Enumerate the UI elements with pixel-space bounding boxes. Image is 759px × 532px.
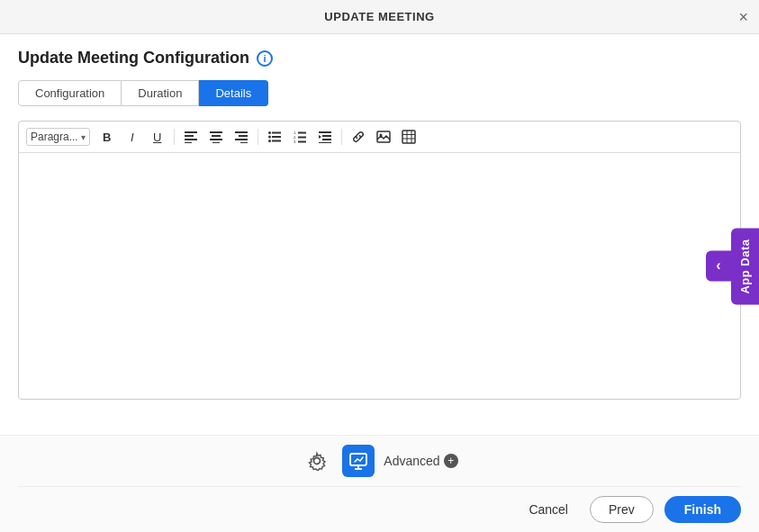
page-title: Update Meeting Configuration (18, 49, 249, 68)
svg-rect-8 (235, 131, 248, 133)
svg-rect-7 (212, 142, 220, 143)
underline-button[interactable]: U (146, 125, 169, 149)
svg-rect-4 (210, 131, 222, 133)
align-center-icon (210, 131, 222, 143)
svg-rect-25 (322, 135, 331, 137)
modal-footer: Advanced + Cancel Prev Finish (0, 435, 759, 532)
settings-button[interactable] (301, 445, 333, 477)
svg-rect-13 (272, 132, 281, 134)
svg-rect-6 (210, 139, 222, 140)
divider-2 (258, 129, 258, 145)
svg-rect-5 (212, 135, 221, 137)
svg-point-16 (268, 140, 271, 142)
dropdown-arrow-icon: ▾ (81, 132, 86, 142)
svg-rect-9 (239, 135, 248, 137)
modal-content: Update Meeting Configuration i Configura… (0, 34, 759, 435)
rich-text-editor: Paragra... ▾ B I U (18, 121, 741, 400)
cancel-button[interactable]: Cancel (518, 497, 579, 522)
app-data-chevron-icon: ‹ (716, 258, 720, 275)
advanced-button[interactable]: Advanced + (384, 454, 457, 468)
align-center-button[interactable] (204, 125, 228, 149)
svg-rect-17 (272, 140, 281, 142)
svg-point-36 (314, 458, 321, 464)
footer-actions-row: Cancel Prev Finish (18, 486, 741, 532)
advanced-label: Advanced (384, 454, 439, 468)
close-button[interactable]: × (738, 9, 748, 25)
footer-tools-row: Advanced + (18, 436, 741, 486)
indent-icon (319, 131, 331, 143)
tab-duration[interactable]: Duration (122, 80, 199, 106)
image-icon (376, 130, 391, 144)
svg-rect-10 (235, 139, 248, 140)
svg-rect-15 (272, 136, 281, 138)
svg-rect-23 (298, 141, 306, 143)
header-row: Update Meeting Configuration i (18, 49, 741, 68)
modal-title: UPDATE MEETING (324, 10, 434, 23)
indent-button[interactable] (313, 125, 337, 149)
image-button[interactable] (372, 125, 395, 149)
svg-rect-3 (185, 142, 192, 143)
tab-configuration[interactable]: Configuration (18, 80, 122, 106)
paragraph-style-label: Paragra... (31, 131, 78, 143)
gear-icon (307, 451, 327, 471)
svg-point-14 (268, 136, 271, 139)
paragraph-style-dropdown[interactable]: Paragra... ▾ (26, 128, 90, 146)
app-data-panel: ‹ App Data (706, 228, 759, 304)
svg-rect-19 (298, 132, 306, 134)
link-button[interactable] (347, 125, 370, 149)
editor-body[interactable] (19, 153, 740, 399)
title-bar: UPDATE MEETING × (0, 0, 759, 34)
presentation-button[interactable] (342, 445, 375, 477)
align-left-icon (185, 131, 197, 143)
svg-rect-1 (185, 135, 194, 137)
svg-rect-0 (185, 131, 197, 133)
ordered-list-button[interactable]: 1. 2. 3. (288, 125, 312, 149)
svg-rect-31 (402, 131, 415, 143)
ordered-list-icon: 1. 2. 3. (294, 131, 306, 143)
svg-rect-26 (322, 139, 331, 140)
divider-3 (341, 129, 342, 145)
bold-button[interactable]: B (95, 125, 119, 149)
align-left-button[interactable] (179, 125, 203, 149)
advanced-plus-icon: + (444, 454, 458, 468)
prev-button[interactable]: Prev (590, 496, 654, 523)
unordered-list-icon (268, 131, 281, 143)
tabs-row: Configuration Duration Details (18, 80, 741, 106)
svg-text:3.: 3. (294, 140, 296, 143)
app-data-label: App Data (731, 228, 759, 304)
info-icon[interactable]: i (257, 50, 273, 67)
table-button[interactable] (397, 125, 420, 149)
italic-button[interactable]: I (121, 125, 144, 149)
align-right-icon (235, 131, 248, 143)
finish-button[interactable]: Finish (664, 496, 741, 523)
unordered-list-button[interactable] (263, 125, 286, 149)
svg-point-12 (268, 131, 271, 134)
link-icon (351, 130, 366, 144)
svg-rect-11 (240, 142, 248, 143)
divider-1 (174, 129, 175, 145)
tab-details[interactable]: Details (199, 80, 268, 106)
svg-rect-2 (185, 139, 197, 140)
table-icon (402, 130, 416, 144)
svg-rect-24 (319, 131, 331, 133)
svg-rect-21 (298, 137, 306, 139)
align-right-button[interactable] (230, 125, 253, 149)
modal: UPDATE MEETING × Update Meeting Configur… (0, 0, 759, 532)
presentation-icon (348, 451, 368, 471)
editor-toolbar: Paragra... ▾ B I U (19, 122, 740, 153)
svg-marker-28 (319, 135, 321, 139)
app-data-toggle-button[interactable]: ‹ (706, 251, 731, 282)
svg-rect-27 (319, 142, 331, 143)
